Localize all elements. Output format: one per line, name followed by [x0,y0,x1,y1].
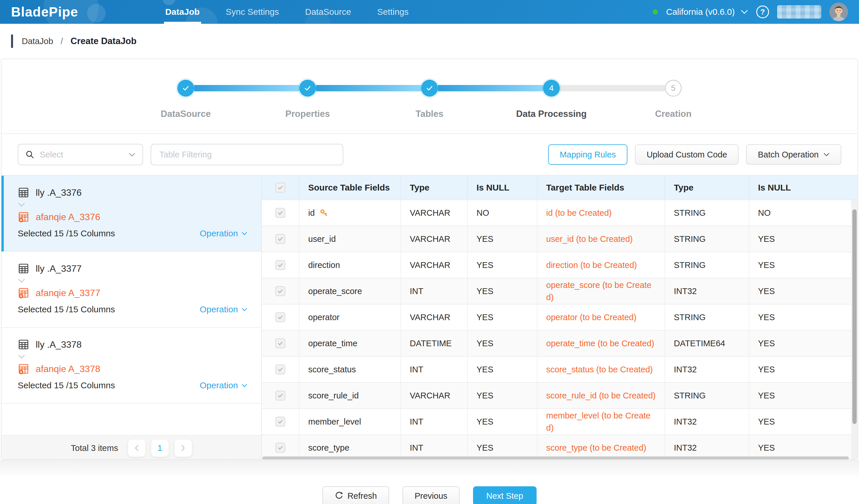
target-field-name: operate_score (to be Created) [538,278,665,304]
target-table-name: afanqie A_3377 [36,288,100,298]
target-field-type: STRING [665,226,749,252]
source-table-icon [18,263,29,274]
table-list-pagination: Total 3 items 1 [1,435,261,460]
next-step-button[interactable]: Next Step [473,486,537,504]
nav-tab-sync-settings[interactable]: Sync Settings [226,0,279,24]
source-field-type: DATETIME [401,331,468,356]
table-pair-item[interactable]: lly .A_3376 afanqie A_3376 Selected 15 /… [1,176,261,252]
target-field-name: operator (to be Created) [538,304,665,330]
check-icon [277,419,284,425]
card-shadow-strip [0,460,859,476]
check-icon [277,444,284,451]
chevron-down-icon [241,308,247,312]
batch-operation-label: Batch Operation [758,150,819,159]
row-checkbox[interactable] [275,443,285,453]
refresh-icon [335,491,343,500]
target-field-isnull: YES [749,226,858,252]
footer-actions: Refresh Previous Next Step [0,476,859,504]
app-logo[interactable]: BladePipe [11,4,78,20]
step-properties: 2 Properties [299,80,316,97]
stepper: 1 DataSource 2 Properties 3 Tables 4 Dat… [1,59,858,133]
source-field-isnull: YES [468,383,538,408]
chevron-down-icon [241,232,247,235]
table-pair-item[interactable]: lly .A_3378 afanqie A_3378 Selected 15 /… [1,328,261,404]
check-icon [277,262,284,268]
check-icon [425,84,434,92]
table-pair-item[interactable]: lly .A_3377 afanqie A_3377 Selected 15 /… [1,252,261,328]
vertical-scrollbar[interactable] [852,209,857,424]
target-field-isnull: YES [749,357,858,382]
select-all-checkbox[interactable] [275,183,285,192]
source-field-name: user_id [308,233,336,245]
top-navbar: BladePipe DataJob Sync Settings DataSour… [0,0,859,24]
row-checkbox[interactable] [275,208,285,218]
table-filter-input[interactable] [151,144,343,165]
field-table-row: user_id VARCHAR YES user_id (to be Creat… [262,226,858,252]
next-page-button[interactable] [175,439,192,457]
table-select-dropdown[interactable]: Select [18,144,143,165]
nav-tab-settings[interactable]: Settings [377,0,409,24]
check-icon [277,392,284,399]
region-label: California (v0.6.0) [666,7,735,17]
row-checkbox[interactable] [275,234,285,244]
target-field-name: score_rule_id (to be Created) [538,383,665,408]
check-icon [277,210,284,216]
batch-operation-button[interactable]: Batch Operation [746,144,841,165]
decorative-bubble [87,4,106,22]
row-checkbox[interactable] [275,391,285,400]
step-data-processing: 4 Data Processing [543,80,560,97]
refresh-button[interactable]: Refresh [322,486,389,504]
nav-tab-label: DataJob [165,7,199,17]
row-checkbox[interactable] [275,312,285,322]
nav-tab-datajob[interactable]: DataJob [165,0,199,24]
target-field-isnull: YES [749,409,858,435]
operation-dropdown[interactable]: Operation [200,304,247,314]
nav-tab-label: Sync Settings [226,7,279,17]
source-table-icon [18,339,29,350]
main-card: 1 DataSource 2 Properties 3 Tables 4 Dat… [1,59,858,460]
region-selector[interactable]: California (v0.6.0) [666,7,748,17]
row-checkbox[interactable] [275,286,285,296]
chevron-down-icon [241,384,247,388]
field-table-row: member_level INT YES member_level (to be… [262,409,858,435]
operation-dropdown[interactable]: Operation [200,380,247,390]
avatar[interactable] [829,3,848,21]
header-source-isnull: Is NULL [468,176,538,200]
step-connector [438,85,543,91]
source-field-isnull: YES [468,252,538,278]
target-field-type: INT32 [665,357,749,382]
target-field-name: user_id (to be Created) [538,226,665,252]
target-field-name: score_status (to be Created) [538,357,665,382]
source-field-name: direction [308,259,340,271]
source-field-type: VARCHAR [401,200,468,226]
page-number-button[interactable]: 1 [151,439,169,457]
mapping-rules-button[interactable]: Mapping Rules [548,144,628,165]
source-field-name: member_level [308,415,361,428]
row-checkbox[interactable] [275,417,285,427]
header-source-fields: Source Table Fields [300,176,401,200]
target-field-type: STRING [665,200,749,226]
nav-tab-datasource[interactable]: DataSource [305,0,351,24]
upload-custom-code-button[interactable]: Upload Custom Code [635,144,739,165]
row-checkbox[interactable] [275,260,285,270]
step-circle: 2 [299,80,316,97]
prev-page-button[interactable] [128,439,146,457]
source-table-name: lly .A_3378 [36,339,81,350]
step-creation: 5 Creation [665,80,682,97]
selected-columns-text: Selected 15 /15 Columns [18,229,115,238]
row-checkbox[interactable] [275,364,285,374]
breadcrumb-separator: / [61,36,63,46]
breadcrumb-parent[interactable]: DataJob [22,36,53,46]
field-table-row: score_rule_id VARCHAR YES score_rule_id … [262,383,858,409]
table-list-panel: lly .A_3376 afanqie A_3376 Selected 15 /… [1,176,262,460]
source-field-isnull: YES [468,304,538,330]
check-icon [277,366,284,373]
row-checkbox[interactable] [275,338,285,348]
step-label: Tables [416,109,443,119]
help-icon[interactable]: ? [756,5,769,18]
field-table-body: id VARCHAR NO id (to be Created) STRING … [262,200,858,460]
horizontal-scrollbar[interactable] [262,456,849,460]
check-icon [304,84,312,92]
previous-button[interactable]: Previous [403,486,460,504]
operation-dropdown[interactable]: Operation [200,229,247,238]
